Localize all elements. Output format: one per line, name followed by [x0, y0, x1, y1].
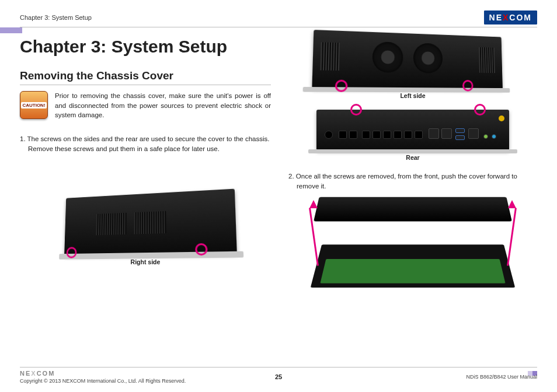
caution-badge-text: CAUTION!	[21, 102, 46, 108]
brand-post: COM	[37, 370, 55, 377]
brand-logo: NEXCOM	[484, 10, 537, 24]
page-title: Chapter 3: System Setup	[20, 37, 271, 57]
step-2: 2. Once all the screws are removed, from…	[288, 172, 537, 192]
brand-pre: NE	[489, 13, 503, 22]
figure-right-side	[64, 188, 237, 256]
document-id: NDiS B862/B842 User Manual	[466, 374, 537, 380]
step-1: 1. The screws on the sides and the rear …	[20, 134, 271, 155]
screw-highlight-icon	[66, 247, 76, 258]
copyright-text: Copyright © 2013 NEXCOM International Co…	[20, 378, 186, 384]
arrow-up-icon	[508, 200, 516, 208]
screw-highlight-icon	[474, 104, 486, 116]
section-divider	[20, 85, 271, 85]
brand-x: X	[503, 13, 509, 22]
brand-x: X	[31, 370, 36, 377]
caution-icon: CAUTION!	[20, 91, 48, 119]
figure-left-side	[312, 30, 503, 89]
section-heading: Removing the Chassis Cover	[20, 69, 271, 82]
breadcrumb: Chapter 3: System Setup	[20, 14, 92, 21]
screw-highlight-icon	[462, 80, 474, 92]
arrow-up-icon	[309, 200, 318, 208]
caution-text: Prior to removing the chassis cover, mak…	[55, 91, 271, 120]
figure-caption-rear: Rear	[406, 154, 419, 161]
figure-caption-right-side: Right side	[131, 258, 161, 265]
screw-highlight-icon	[195, 243, 208, 255]
figure-caption-left-side: Left side	[400, 92, 425, 99]
accent-bar	[0, 27, 22, 33]
brand-pre: NE	[20, 370, 31, 377]
screw-highlight-icon	[350, 104, 362, 116]
figure-rear	[316, 110, 509, 150]
footer-logo: NEXCOM	[20, 370, 186, 377]
brand-post: COM	[509, 13, 532, 22]
figure-cover-removal	[288, 209, 537, 297]
header-divider	[20, 27, 537, 27]
page-number: 25	[275, 373, 282, 380]
